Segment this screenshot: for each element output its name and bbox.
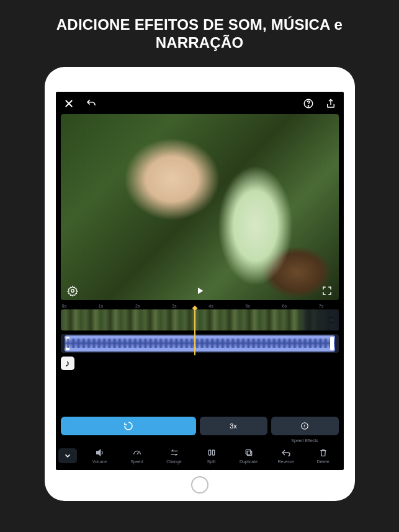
speed-effects-button[interactable]: Speed Effects [271, 417, 339, 435]
tool-speed[interactable]: Speed [119, 448, 155, 464]
tablet-frame: 0s · 1s · 2s · 3s · 4s · 5s · 6s · 7s [45, 67, 355, 501]
tool-duplicate[interactable]: Duplicate [231, 448, 267, 464]
tool-volume-label: Volume [92, 459, 107, 464]
tool-volume[interactable]: Volume [82, 448, 118, 464]
tablet-home-button [191, 476, 208, 494]
speed-3x-button[interactable]: 3x [200, 417, 267, 435]
audio-clip[interactable] [65, 335, 335, 352]
svg-rect-7 [246, 450, 250, 454]
tool-split[interactable]: Split [194, 448, 230, 464]
fullscreen-button[interactable] [321, 285, 333, 296]
tool-delete-label: Delete [316, 459, 329, 464]
waveform [65, 339, 335, 348]
video-track[interactable] [61, 309, 339, 330]
help-button[interactable] [303, 98, 314, 109]
close-button[interactable] [63, 98, 74, 109]
speed-3x-label: 3x [230, 422, 237, 430]
headline-line2: NARRAÇÃO [56, 34, 343, 52]
top-bar [56, 92, 344, 112]
tool-reverse-label: Reverse [277, 459, 294, 464]
video-preview[interactable] [61, 114, 339, 300]
tool-delete[interactable]: Delete [305, 448, 341, 464]
svg-rect-6 [247, 451, 251, 455]
time-ruler: 0s · 1s · 2s · 3s · 4s · 5s · 6s · 7s [56, 300, 344, 309]
tool-speed-label: Speed [130, 459, 143, 464]
play-button[interactable] [194, 285, 205, 296]
tool-change-label: Change [166, 459, 182, 464]
audio-track[interactable] [61, 334, 339, 353]
svg-rect-4 [208, 450, 210, 455]
headline-line1: ADICIONE EFEITOS DE SOM, MÚSICA e [56, 16, 343, 34]
speed-row: 3x Speed Effects [61, 417, 339, 435]
speed-effects-label: Speed Effects [291, 438, 318, 443]
music-row: ♪ [61, 357, 339, 370]
promo-headline: ADICIONE EFEITOS DE SOM, MÚSICA e NARRAÇ… [56, 16, 343, 52]
tool-split-label: Split [207, 459, 216, 464]
add-music-button[interactable]: ♪ [61, 357, 74, 370]
tool-duplicate-label: Duplicate [240, 459, 258, 464]
tool-reverse[interactable]: Reverse [268, 448, 304, 464]
speed-reset-button[interactable] [61, 417, 196, 435]
svg-point-2 [71, 289, 74, 292]
transition-badge[interactable] [326, 315, 336, 325]
svg-point-1 [308, 105, 308, 106]
share-button[interactable] [325, 98, 336, 109]
undo-button[interactable] [86, 98, 97, 109]
playhead[interactable] [194, 308, 195, 355]
settings-button[interactable] [67, 285, 78, 296]
tool-change[interactable]: Change [156, 448, 192, 464]
svg-rect-5 [212, 450, 214, 455]
preview-controls [61, 285, 339, 296]
app-screen: 0s · 1s · 2s · 3s · 4s · 5s · 6s · 7s [56, 92, 344, 470]
collapse-toolbar-button[interactable] [58, 448, 77, 463]
music-icon: ♪ [65, 358, 70, 369]
